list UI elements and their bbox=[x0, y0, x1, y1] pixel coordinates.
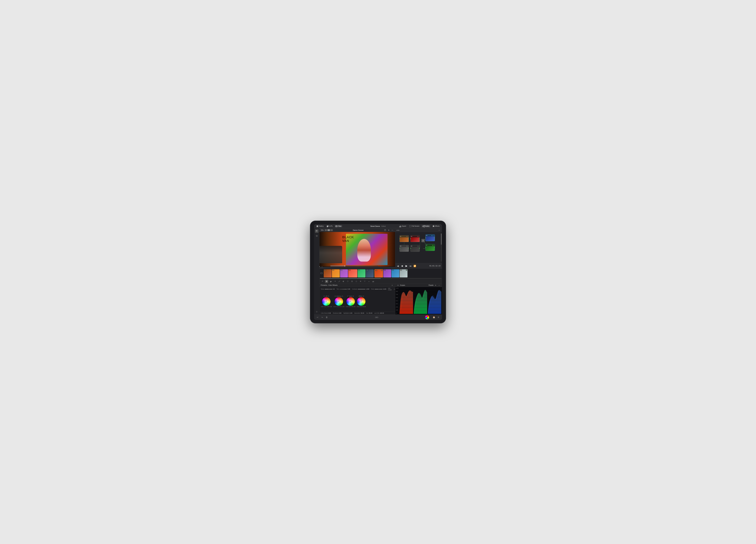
timeline-scrubber[interactable] bbox=[330, 266, 378, 266]
film-clip-06[interactable]: 06 bbox=[340, 269, 348, 277]
svg-point-22 bbox=[316, 311, 317, 312]
color-bars-btn[interactable] bbox=[329, 280, 332, 283]
center-area: 78% Dance Groove bbox=[319, 228, 442, 314]
highlights-label: Highlights bbox=[343, 312, 349, 314]
home-button[interactable]: 🏠 bbox=[432, 316, 436, 319]
svg-rect-46 bbox=[373, 281, 373, 282]
lift-wheel[interactable] bbox=[322, 297, 331, 306]
more-icon[interactable] bbox=[391, 229, 394, 232]
filmstrip-scrollbar[interactable] bbox=[320, 278, 442, 279]
lift-picker-icon[interactable] bbox=[328, 295, 329, 297]
node-04[interactable]: 04 ⊙ ◱ bbox=[410, 245, 420, 252]
svg-point-13 bbox=[424, 225, 424, 226]
mode-switch-icon[interactable] bbox=[375, 316, 378, 319]
film-clip-10[interactable]: 10 fx bbox=[375, 269, 383, 277]
gamma-reset-icon[interactable] bbox=[335, 295, 336, 297]
undo-button[interactable]: ↩ bbox=[316, 316, 319, 319]
gamma-wheel-group: Gamma -0.00 -0.00 -0.00 -0.00 bbox=[333, 295, 345, 307]
lut-btn[interactable]: ⬧ bbox=[367, 280, 371, 283]
sidebar-settings-icon[interactable] bbox=[315, 310, 319, 313]
film-clip-07[interactable]: 07 bbox=[348, 269, 357, 277]
skip-to-end-button[interactable]: ⏭ bbox=[409, 264, 412, 268]
luts-menu-item[interactable]: LUTs bbox=[326, 225, 334, 228]
stop-button[interactable]: ⏹ bbox=[401, 264, 404, 268]
svg-point-51 bbox=[439, 285, 439, 285]
clip-num-04: 04 bbox=[324, 270, 326, 271]
gamma-picker-icon[interactable] bbox=[342, 295, 343, 297]
node-03[interactable]: 03 ⊟ ◱ bbox=[399, 245, 409, 252]
film-clip-05[interactable]: 05 bbox=[332, 269, 340, 277]
gain-wheel-dot bbox=[350, 301, 351, 302]
offset-picker-icon[interactable] bbox=[363, 295, 364, 297]
parade-mode[interactable]: Parade bbox=[429, 284, 433, 286]
key-btn[interactable]: ◻ bbox=[355, 280, 358, 283]
tracker-btn[interactable]: ⊕ bbox=[359, 280, 362, 283]
film-clip-13[interactable]: 13 fx bbox=[400, 269, 407, 277]
temp-slider[interactable] bbox=[325, 289, 332, 289]
nodes-scrollbar[interactable] bbox=[441, 234, 442, 262]
lift-wheel-group: Lift -0.04 -0.03 -0.04 -0.05 bbox=[321, 295, 332, 307]
color-mode-button[interactable] bbox=[425, 315, 429, 319]
node-07[interactable]: 07 ◉ ◱ bbox=[425, 244, 435, 251]
mid-detail-slider[interactable] bbox=[394, 289, 395, 289]
nodes-scroll-left[interactable]: ◀ bbox=[396, 230, 398, 231]
fullscreen-button[interactable]: Full Screen bbox=[408, 225, 420, 228]
gallery-menu-item[interactable]: Gallery bbox=[316, 225, 325, 228]
film-clip-09[interactable]: 09 bbox=[366, 269, 374, 277]
view-icon-3[interactable] bbox=[330, 229, 333, 231]
nodes-canvas: 01 ⊟ ◱ 02 ⊟ ◱ bbox=[395, 232, 442, 263]
contrast-slider[interactable] bbox=[358, 289, 365, 289]
sidebar-color-icon[interactable] bbox=[315, 229, 319, 233]
play-button[interactable]: ▶ bbox=[405, 264, 408, 268]
gain-wheel[interactable] bbox=[346, 297, 355, 306]
view-icon-1[interactable] bbox=[325, 229, 327, 231]
audio-eq-btn[interactable] bbox=[371, 280, 375, 283]
film-clip-08[interactable]: 08 bbox=[358, 269, 365, 277]
nodes-scroll-right[interactable]: ▶ bbox=[398, 230, 399, 231]
shadows-val: 0.00 bbox=[339, 312, 342, 314]
waveform-icon[interactable] bbox=[384, 229, 387, 232]
tint-slider[interactable] bbox=[339, 289, 347, 289]
gain-sparkle-icon[interactable]: ✦ bbox=[347, 295, 349, 297]
hsl-btn[interactable]: ◐ bbox=[342, 280, 345, 283]
clip-num-10: 10 bbox=[375, 270, 377, 271]
color-reset-btn[interactable]: ↺ bbox=[321, 280, 324, 283]
panel-settings-btn[interactable] bbox=[391, 283, 394, 287]
effects-label: Effects bbox=[435, 225, 440, 227]
color-wheel-btn[interactable] bbox=[325, 280, 328, 283]
node-06[interactable]: 06 ◉ ◱ ✦ bbox=[425, 235, 435, 241]
clip-num-05: 05 bbox=[332, 270, 334, 271]
motion-effect-btn[interactable] bbox=[350, 280, 354, 283]
blur-btn[interactable]: ▽ bbox=[363, 280, 366, 283]
offset-wheel[interactable] bbox=[357, 297, 365, 306]
export-button[interactable]: Export bbox=[398, 225, 407, 228]
node-01[interactable]: 01 ⊟ ◱ bbox=[399, 235, 409, 242]
sidebar-primary-icon[interactable] bbox=[315, 234, 319, 238]
gamma-wheel[interactable] bbox=[335, 297, 343, 306]
nodes-button[interactable]: Nodes bbox=[422, 225, 430, 228]
loop-button[interactable]: 🔁 bbox=[413, 264, 417, 268]
pivot-slider[interactable] bbox=[375, 289, 382, 289]
lift-reset-icon[interactable] bbox=[324, 295, 325, 297]
hue-curves-btn[interactable]: ✦ bbox=[333, 280, 337, 283]
node-02[interactable]: 02 ⊟ ◱ bbox=[410, 235, 420, 242]
scopes-more-icon[interactable] bbox=[438, 284, 441, 287]
settings-button[interactable]: ⚙ bbox=[437, 316, 440, 319]
curves-btn[interactable] bbox=[338, 280, 341, 283]
prev-frame-button[interactable]: ◀ bbox=[396, 264, 400, 268]
delete-button[interactable]: 🗑 bbox=[325, 316, 328, 319]
audio-icon[interactable] bbox=[387, 229, 390, 232]
clips-menu-item[interactable]: Clips bbox=[335, 225, 342, 228]
effects-button[interactable]: Effects bbox=[432, 225, 440, 228]
nodes-more-icon[interactable] bbox=[438, 229, 441, 232]
scopes-settings-icon[interactable] bbox=[434, 284, 437, 287]
film-clip-04[interactable]: 04 bbox=[324, 269, 332, 277]
redo-button[interactable]: ↪ bbox=[320, 316, 324, 319]
node-mid[interactable]: ⊡ bbox=[421, 239, 425, 242]
view-icon-2[interactable] bbox=[327, 229, 330, 231]
gain-picker-icon[interactable] bbox=[353, 295, 354, 297]
film-clip-12[interactable]: 12 bbox=[391, 269, 399, 277]
scopes-waveform-icon[interactable] bbox=[396, 284, 399, 287]
color-warp-btn[interactable]: ⬡ bbox=[346, 280, 349, 283]
film-clip-11[interactable]: 11 bbox=[383, 269, 391, 277]
